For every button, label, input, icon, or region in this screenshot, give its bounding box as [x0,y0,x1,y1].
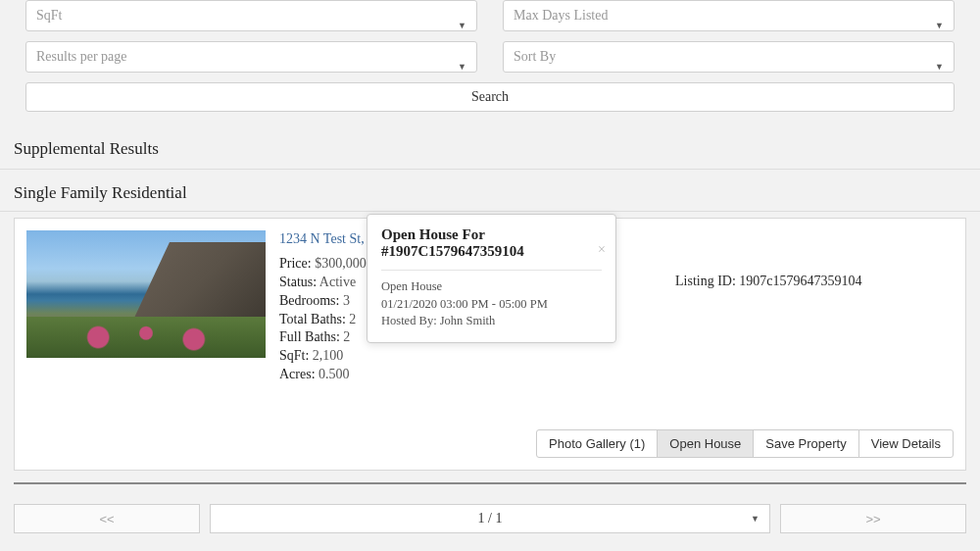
close-icon[interactable]: × [598,242,606,258]
search-button[interactable]: Search [25,82,955,112]
divider [14,482,966,484]
photo-gallery-button[interactable]: Photo Gallery (1) [536,429,658,458]
section-supplemental: Supplemental Results [0,124,980,170]
pager-page-select[interactable]: 1 / 1 [210,504,770,533]
popover-body: Open House 01/21/2020 03:00 PM - 05:00 P… [381,278,602,330]
section-category: Single Family Residential [0,170,980,212]
pager-prev-button[interactable]: << [14,504,200,533]
detail-row: Acres: 0.500 [279,366,505,384]
filter-results-per-page[interactable]: Results per page [25,41,477,73]
detail-row: SqFt: 2,100 [279,347,505,366]
open-house-button[interactable]: Open House [657,429,754,458]
pager-next-button[interactable]: >> [780,504,966,533]
popover-title: Open House For #1907C1579647359104 [381,226,602,271]
listing-actions: Photo Gallery (1) Open House Save Proper… [26,429,954,458]
filter-sort-by[interactable]: Sort By [503,41,955,73]
pager: << 1 / 1 >> [14,504,966,533]
filter-max-days[interactable]: Max Days Listed [503,0,955,31]
view-details-button[interactable]: View Details [858,429,954,458]
filter-sqft[interactable]: SqFt [25,0,477,31]
open-house-popover: × Open House For #1907C1579647359104 Ope… [367,214,616,343]
listing-image[interactable] [26,230,266,358]
save-property-button[interactable]: Save Property [753,429,858,458]
